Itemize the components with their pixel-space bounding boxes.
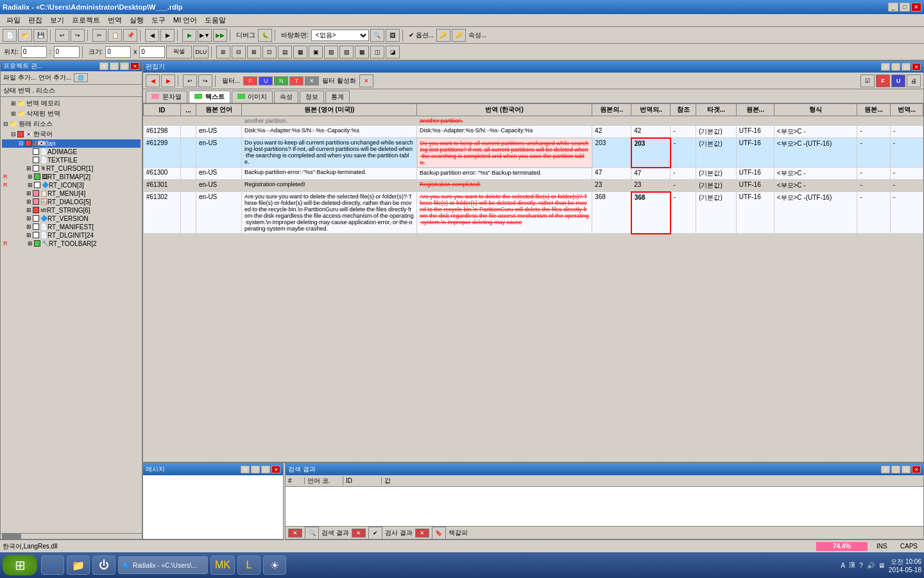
taskbar-mk-btn[interactable]: MK — [210, 556, 235, 575]
back-button[interactable]: ◀ — [145, 29, 159, 42]
bookmarks-icon[interactable]: 🔖 — [432, 527, 446, 539]
align-btn2[interactable]: ⊟ — [232, 46, 246, 58]
th-dots[interactable]: ... — [181, 104, 196, 116]
left-scrollbar-h[interactable] — [1, 533, 142, 539]
align-btn8[interactable]: ▧ — [324, 46, 338, 58]
cell-tgt-61298[interactable]: Disk:%s··Adapter:%s·S/N:··%s··Capacity:%… — [417, 126, 592, 138]
u-btn[interactable]: U — [891, 74, 905, 87]
f-btn[interactable]: F — [876, 74, 890, 87]
tab-stats[interactable]: 통계 — [325, 91, 350, 103]
maximize-button[interactable]: □ — [900, 3, 910, 12]
cell-tgt-61299[interactable]: Do·you·want·to·keep·all·current·partitio… — [417, 138, 592, 168]
align-btn12[interactable]: ◪ — [386, 46, 400, 58]
taskbar-league-btn[interactable]: L — [237, 556, 261, 575]
th-trans[interactable]: 번역... — [890, 104, 923, 116]
background-pick-button[interactable]: 🔍 — [370, 29, 384, 42]
print-btn[interactable]: 🖨 — [907, 74, 921, 87]
editor-max-btn[interactable]: □ — [902, 63, 911, 71]
edit-redo[interactable]: ↪ — [198, 74, 212, 87]
filter-red-box[interactable]: F — [243, 76, 257, 85]
th-tgt-len[interactable]: 번역의.. — [631, 104, 671, 116]
new-button[interactable]: 📄 — [3, 29, 17, 42]
dlu-btn[interactable]: DLU — [193, 46, 209, 58]
th-src-lang[interactable]: 원본 언어 — [196, 104, 241, 116]
th-src-text[interactable]: 원본 (영어 (미국)) — [241, 104, 416, 116]
close-button[interactable]: ✕ — [911, 3, 921, 12]
tree-translate-memory[interactable]: ⊞ 📁 번역 메모리 — [2, 98, 141, 109]
tree-deleted-translation[interactable]: ⊞ 📁 삭제된 번역 — [2, 109, 141, 119]
tab-properties[interactable]: 속성 — [274, 91, 298, 103]
editor-min-btn[interactable]: _ — [891, 63, 900, 71]
cell-tgt[interactable]: another partition. — [417, 116, 592, 126]
search-min-btn[interactable]: _ — [891, 466, 900, 473]
align-btn5[interactable]: ▤ — [278, 46, 292, 58]
tree-rt-bitmap[interactable]: ⊞ 🖼 RT_BITMAP[2] — [10, 173, 141, 181]
tree-lang-item[interactable]: ⊟ ⚠ 🇰🇷 (lan — [2, 139, 141, 148]
filter-t-box[interactable]: T — [289, 76, 304, 85]
pos-x-input[interactable] — [21, 46, 47, 58]
size-w-input[interactable] — [105, 46, 131, 58]
msg-close-btn[interactable]: ✕ — [271, 466, 280, 473]
tree-rt-dlginit[interactable]: ⊞ 📄 RT_DLGINIT[24 — [2, 231, 141, 240]
project-close-btn[interactable]: ✕ — [130, 62, 139, 70]
align-btn11[interactable]: ◫ — [370, 46, 384, 58]
bg-btn2[interactable]: 🖼 — [386, 29, 400, 42]
tab-image[interactable]: 이미지 — [232, 91, 273, 103]
tree-rt-string[interactable]: ⊞ str RT_STRING[6] — [2, 206, 141, 215]
tree-rt-cursor[interactable]: ⊞ 🖱 RT_CURSOR[1] — [2, 164, 141, 173]
align-btn1[interactable]: ⊞ — [216, 46, 230, 58]
expand-btn-dlginit[interactable]: ⊞ — [25, 232, 33, 238]
tree-textfile[interactable]: 📄 TEXTFILE — [2, 156, 141, 164]
th-tgt-text[interactable]: 번역 (한국어) — [417, 104, 592, 116]
filter-x-box[interactable]: ✕ — [305, 76, 319, 85]
align-btn7[interactable]: ▣ — [309, 46, 323, 58]
copy-button[interactable]: 📋 — [108, 29, 122, 42]
editor-close-btn[interactable]: ✕ — [912, 63, 921, 71]
tree-rt-dialog[interactable]: ⊞ 🪟 RT_DIALOG[5] — [2, 198, 141, 206]
align-btn4[interactable]: ⊡ — [262, 46, 277, 58]
start-button[interactable]: ⊞ — [3, 555, 37, 575]
add-file-btn[interactable]: 파일 추가... — [3, 73, 36, 82]
tree-adimage[interactable]: 📄 ADIMAGE — [2, 148, 141, 156]
check-results-close-x[interactable]: ✕ — [352, 529, 366, 538]
menu-translate[interactable]: 번역 — [104, 14, 126, 26]
edit-undo[interactable]: ↩ — [183, 74, 197, 87]
filter-active-x[interactable]: ✕ — [359, 74, 373, 87]
table-row[interactable]: #61298 en-US Disk:%s···Adapter:%s·S/N:··… — [144, 126, 923, 138]
table-row[interactable]: #61302 en-US Are·you·sure·you·want·to·de… — [144, 192, 923, 234]
taskbar-folder-btn[interactable]: 📁 — [67, 556, 90, 575]
play-green-button[interactable]: ▶▶ — [213, 29, 227, 42]
minimize-button[interactable]: _ — [888, 3, 898, 12]
expand-btn-translate-memory[interactable]: ⊞ — [10, 100, 17, 107]
pixel-btn[interactable]: 픽셀 — [166, 46, 192, 58]
expand-btn-cursor[interactable]: ⊞ — [25, 165, 33, 171]
expand-btn-korean[interactable]: ⊟ — [10, 131, 17, 137]
table-row[interactable]: #61299 en-US Do·you·want·to·keep·all·cur… — [144, 138, 923, 168]
expand-btn-lang[interactable]: ⊟ — [17, 140, 25, 146]
expand-btn-version[interactable]: ⊞ — [25, 215, 33, 222]
project-min-btn[interactable]: _ — [110, 62, 119, 70]
menu-language[interactable]: MI 언어 — [169, 14, 201, 26]
tree-rt-version[interactable]: ⊞ 🔷 RT_VERSION — [2, 215, 141, 223]
cell-src-61299[interactable]: Do·you·want·to·keep·all·current·partitio… — [241, 138, 416, 168]
expand-btn-icon[interactable]: ⊞ — [26, 182, 34, 188]
cell-src-61300[interactable]: Backup·partition·error:·"%s"·Backup·term… — [241, 168, 416, 180]
expand-btn-manifest[interactable]: ⊞ — [25, 223, 33, 230]
tree-rt-icon[interactable]: ⊞ 🔷 RT_ICON[3] — [10, 181, 141, 189]
toolbar-icon1[interactable]: 🔑 — [436, 29, 450, 42]
tab-text[interactable]: 텍스트 — [189, 91, 230, 103]
search-close-btn[interactable]: ✕ — [912, 466, 921, 473]
th-ref[interactable]: 참조 — [671, 104, 696, 116]
cell-tgt-61302[interactable]: Are·you·sure·you·want·to·delete·the·sele… — [417, 192, 592, 234]
menu-tools[interactable]: 도구 — [148, 14, 169, 26]
cell-tgt-61301[interactable]: Registration·completed! — [417, 180, 592, 192]
tree-rt-toolbar[interactable]: ⊞ 🔧 RT_TOOLBAR[2 — [10, 240, 141, 248]
align-btn3[interactable]: ⊠ — [247, 46, 261, 58]
edit-arrow-right[interactable]: ▶ — [161, 74, 175, 87]
add-lang-btn[interactable]: 언어 추가... — [38, 73, 71, 82]
search-help-btn[interactable]: ? — [881, 466, 890, 473]
taskbar-radialix-app[interactable]: 🔷 Radialix - «C:\Users\... — [118, 556, 208, 574]
play-button[interactable]: ▶ — [182, 29, 196, 42]
open-button[interactable]: 📂 — [18, 29, 32, 42]
cell-src-61301[interactable]: Registration·completed! — [241, 180, 416, 192]
